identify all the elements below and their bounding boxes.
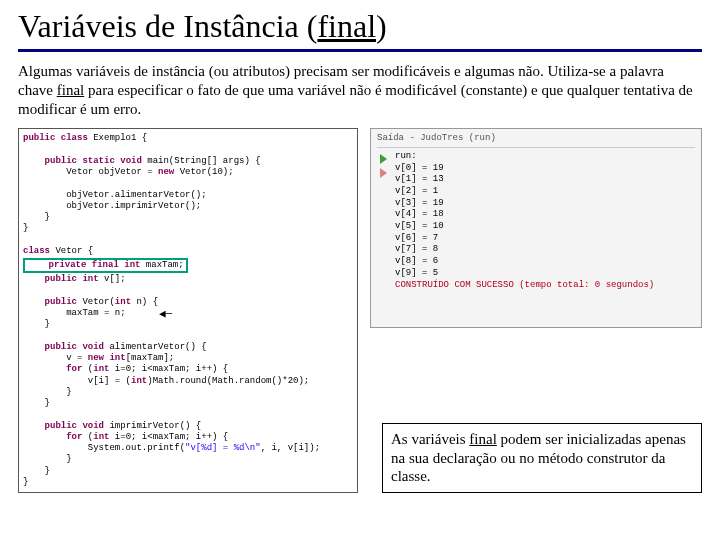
intro-text-b: para especificar o fato de que uma variá… xyxy=(18,82,693,117)
code-box: public class Exemplo1 { public static vo… xyxy=(18,128,358,493)
content-columns: public class Exemplo1 { public static vo… xyxy=(18,128,702,493)
note-keyword: final xyxy=(469,431,497,447)
console-line: v[4] = 18 xyxy=(395,209,654,221)
console-line: v[6] = 7 xyxy=(395,233,654,245)
note-text-a: As variáveis xyxy=(391,431,469,447)
title-underline: final xyxy=(317,8,376,44)
console-output: run: v[0] = 19 v[1] = 13 v[2] = 1 v[3] =… xyxy=(395,151,654,291)
page-title: Variáveis de Instância (final) xyxy=(18,8,702,52)
note-box: As variáveis final podem ser inicializad… xyxy=(382,423,702,493)
console-line: v[1] = 13 xyxy=(395,174,654,186)
console-panel: Saída - JudoTres (run) run: v[0] = 19 v[… xyxy=(370,128,702,328)
highlight-final-field: private final int maxTam; xyxy=(23,258,188,273)
right-column: Saída - JudoTres (run) run: v[0] = 19 v[… xyxy=(370,128,702,493)
run-icon[interactable] xyxy=(377,153,389,165)
console-line: v[5] = 10 xyxy=(395,221,654,233)
console-line: v[2] = 1 xyxy=(395,186,654,198)
console-line: v[3] = 19 xyxy=(395,198,654,210)
stop-icon[interactable] xyxy=(377,167,389,179)
console-line: v[8] = 6 xyxy=(395,256,654,268)
arrow-icon: ◀─ xyxy=(159,308,172,322)
console-line: v[9] = 5 xyxy=(395,268,654,280)
console-body: run: v[0] = 19 v[1] = 13 v[2] = 1 v[3] =… xyxy=(377,151,695,291)
code-column: public class Exemplo1 { public static vo… xyxy=(18,128,358,493)
title-pre: Variáveis de Instância ( xyxy=(18,8,317,44)
intro-keyword: final xyxy=(57,82,85,98)
console-line: v[0] = 19 xyxy=(395,163,654,175)
code-listing: public class Exemplo1 { public static vo… xyxy=(23,133,353,488)
console-buttons xyxy=(377,151,389,291)
console-line: v[7] = 8 xyxy=(395,244,654,256)
console-line: run: xyxy=(395,151,654,163)
console-header: Saída - JudoTres (run) xyxy=(377,133,695,148)
console-exit-line: CONSTRUÍDO COM SUCESSO (tempo total: 0 s… xyxy=(395,280,654,292)
title-post: ) xyxy=(376,8,387,44)
intro-paragraph: Algumas variáveis de instância (ou atrib… xyxy=(18,62,702,118)
